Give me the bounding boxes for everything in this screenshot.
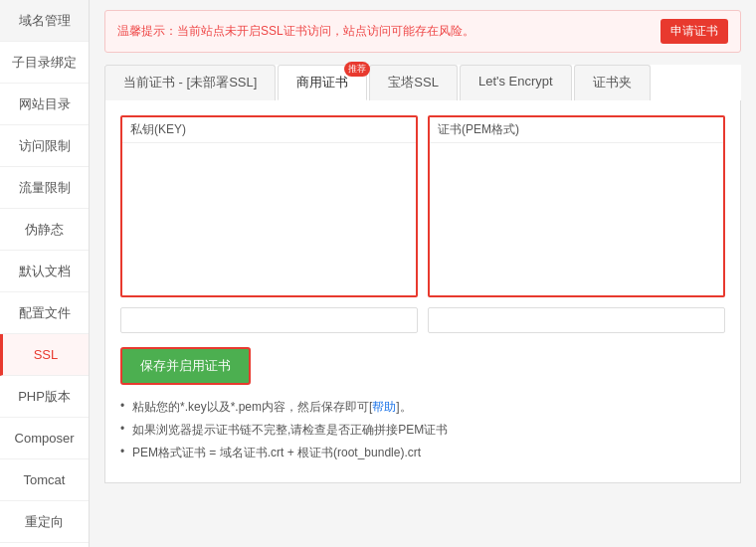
cert-input-group xyxy=(428,307,725,333)
key-input-group xyxy=(120,307,418,333)
key-textarea[interactable] xyxy=(122,143,416,292)
key-textarea-group: 私钥(KEY) xyxy=(120,115,418,297)
tabs-container: 当前证书 - [未部署SSL] 商用证书 推荐 宝塔SSL Let's Encr… xyxy=(104,65,741,100)
sidebar-item-subdir-bind[interactable]: 子目录绑定 xyxy=(0,42,89,84)
warning-text: 温馨提示：当前站点未开启SSL证书访问，站点访问可能存在风险。 xyxy=(117,23,653,40)
sidebar-item-tomcat[interactable]: Tomcat xyxy=(0,459,89,501)
help-link[interactable]: 帮助 xyxy=(372,400,396,414)
tab-lets-encrypt[interactable]: Let's Encrypt xyxy=(460,65,572,100)
cert-input[interactable] xyxy=(428,307,725,333)
sidebar-item-traffic-limit[interactable]: 流量限制 xyxy=(0,167,89,209)
tab-cert-folder[interactable]: 证书夹 xyxy=(574,65,651,100)
save-cert-button[interactable]: 保存并启用证书 xyxy=(120,347,251,385)
cert-textarea-group: 证书(PEM格式) xyxy=(428,115,725,297)
sidebar-item-composer[interactable]: Composer xyxy=(0,418,89,459)
cert-textarea[interactable] xyxy=(430,143,723,292)
sidebar-item-php-version[interactable]: PHP版本 xyxy=(0,376,89,418)
tab-commercial-cert[interactable]: 商用证书 推荐 xyxy=(278,65,367,100)
ssl-panel: 私钥(KEY) 证书(PEM格式) 保存并启用证书 粘贴您的*.key以及*.p… xyxy=(104,100,741,483)
tip-2: 如果浏览器提示证书链不完整,请检查是否正确拼接PEM证书 xyxy=(120,422,725,439)
main-content: 温馨提示：当前站点未开启SSL证书访问，站点访问可能存在风险。 申请证书 当前证… xyxy=(90,0,756,547)
sidebar-item-domain-mgmt[interactable]: 域名管理 xyxy=(0,0,89,42)
sidebar-item-redirect[interactable]: 重定向 xyxy=(0,501,89,543)
sidebar-item-default-doc[interactable]: 默认文档 xyxy=(0,251,89,292)
key-label: 私钥(KEY) xyxy=(122,117,416,143)
sidebar-item-config-file[interactable]: 配置文件 xyxy=(0,292,89,334)
sidebar-item-ssl[interactable]: SSL xyxy=(0,334,89,376)
cert-label: 证书(PEM格式) xyxy=(430,117,723,143)
inputs-row xyxy=(120,307,725,333)
tips-list: 粘贴您的*.key以及*.pem内容，然后保存即可[帮助]。 如果浏览器提示证书… xyxy=(120,399,725,461)
key-input[interactable] xyxy=(120,307,418,333)
sidebar: 域名管理 子目录绑定 网站目录 访问限制 流量限制 伪静态 默认文档 配置文件 … xyxy=(0,0,90,547)
sidebar-item-pseudo-static[interactable]: 伪静态 xyxy=(0,209,89,251)
apply-cert-button[interactable]: 申请证书 xyxy=(661,19,728,44)
sidebar-item-access-limit[interactable]: 访问限制 xyxy=(0,125,89,167)
tab-baota-ssl[interactable]: 宝塔SSL xyxy=(369,65,458,100)
warning-banner: 温馨提示：当前站点未开启SSL证书访问，站点访问可能存在风险。 申请证书 xyxy=(104,10,741,53)
tab-current-cert[interactable]: 当前证书 - [未部署SSL] xyxy=(104,65,276,100)
tip-1: 粘贴您的*.key以及*.pem内容，然后保存即可[帮助]。 xyxy=(120,399,725,416)
tip-3: PEM格式证书 = 域名证书.crt + 根证书(root_bundle).cr… xyxy=(120,445,725,461)
textareas-row: 私钥(KEY) 证书(PEM格式) xyxy=(120,115,725,297)
commercial-cert-badge: 推荐 xyxy=(344,62,370,77)
sidebar-item-website-dir[interactable]: 网站目录 xyxy=(0,84,89,125)
